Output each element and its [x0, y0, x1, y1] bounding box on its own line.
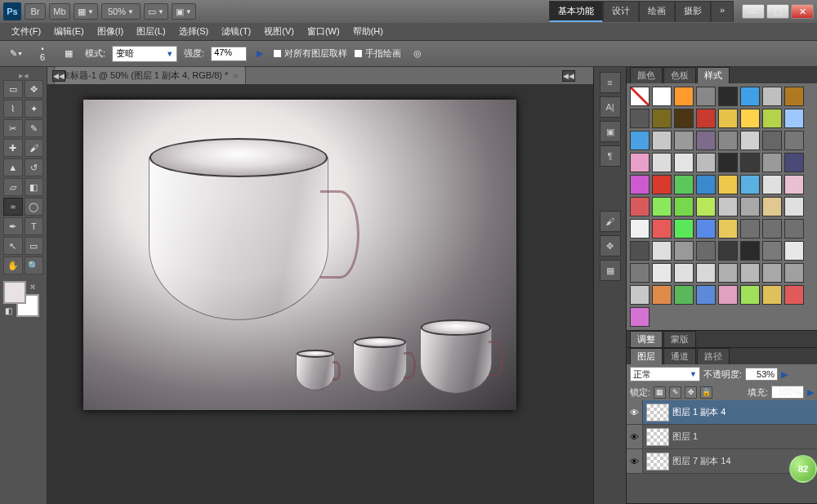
style-swatch[interactable] — [696, 175, 716, 194]
style-swatch[interactable] — [696, 197, 716, 216]
style-swatch[interactable] — [762, 197, 782, 216]
menu-edit[interactable]: 编辑(E) — [47, 23, 91, 40]
healing-tool[interactable]: ✚ — [3, 139, 23, 157]
canvas-area[interactable] — [47, 85, 593, 504]
style-swatch[interactable] — [718, 175, 738, 194]
style-swatch[interactable] — [718, 197, 738, 216]
layer-blend-select[interactable]: 正常▼ — [630, 367, 700, 381]
style-swatch[interactable] — [740, 131, 760, 150]
current-tool-icon[interactable]: ✎▼ — [7, 44, 26, 64]
fill-input[interactable]: 100% — [771, 386, 804, 399]
style-swatch[interactable] — [740, 153, 760, 172]
layer-visibility-icon[interactable]: 👁 — [627, 400, 643, 424]
workspace-more[interactable]: » — [711, 1, 734, 22]
style-swatch[interactable] — [674, 131, 694, 150]
style-swatch[interactable] — [784, 241, 804, 261]
minibridge-button[interactable]: Mb — [49, 3, 70, 20]
document-tab[interactable]: 未标题-1 @ 50% (图层 1 副本 4, RGB/8) * × — [54, 66, 246, 84]
style-swatch[interactable] — [696, 153, 716, 172]
stamp-tool[interactable]: ▲ — [3, 158, 23, 176]
move-tool[interactable]: ✥ — [25, 80, 44, 98]
lock-pixels-icon[interactable]: ✎ — [669, 386, 681, 399]
style-swatch[interactable] — [784, 285, 804, 305]
style-swatch[interactable] — [674, 109, 694, 128]
foreground-color-swatch[interactable] — [3, 281, 26, 304]
workspace-tab-essentials[interactable]: 基本功能 — [549, 1, 603, 22]
style-swatch[interactable] — [630, 109, 650, 128]
dock-actions-icon[interactable]: ▣ — [600, 121, 621, 142]
dock-clone-icon[interactable]: ✥ — [600, 235, 621, 256]
style-swatch[interactable] — [652, 109, 672, 128]
style-swatch[interactable] — [630, 197, 650, 216]
style-swatch[interactable] — [674, 153, 694, 172]
workspace-tab-photography[interactable]: 摄影 — [675, 1, 711, 22]
style-swatch[interactable] — [674, 241, 694, 261]
style-swatch[interactable] — [762, 285, 782, 305]
layer-row[interactable]: 👁图层 1 — [627, 425, 817, 449]
menu-filter[interactable]: 滤镜(T) — [215, 23, 257, 40]
style-swatch[interactable] — [652, 219, 672, 239]
menu-select[interactable]: 选择(S) — [172, 23, 216, 40]
menu-file[interactable]: 文件(F) — [5, 23, 47, 40]
zoom-select[interactable]: 50%▼ — [101, 3, 141, 20]
bridge-button[interactable]: Br — [25, 3, 46, 20]
style-swatch[interactable] — [784, 131, 804, 150]
history-brush-tool[interactable]: ↺ — [25, 158, 44, 176]
style-swatch[interactable] — [784, 263, 804, 283]
style-swatch[interactable] — [718, 153, 738, 172]
style-swatch[interactable] — [652, 197, 672, 216]
lock-all-icon[interactable]: 🔒 — [700, 386, 712, 399]
strength-input[interactable]: 47% — [211, 47, 247, 61]
tab-channels[interactable]: 通道 — [663, 348, 696, 364]
lock-position-icon[interactable]: ✥ — [685, 386, 697, 399]
close-button[interactable]: ✕ — [791, 4, 814, 19]
gradient-tool[interactable]: ◧ — [25, 178, 44, 196]
style-swatch[interactable] — [674, 175, 694, 194]
screenmode-button[interactable]: ▣▼ — [172, 3, 196, 20]
style-swatch[interactable] — [696, 241, 716, 261]
style-swatch[interactable] — [696, 109, 716, 128]
style-swatch[interactable] — [674, 219, 694, 239]
tab-adjustments[interactable]: 调整 — [630, 331, 663, 347]
layer-visibility-icon[interactable]: 👁 — [627, 449, 643, 473]
layer-thumbnail[interactable] — [646, 428, 669, 446]
style-swatch[interactable] — [740, 241, 760, 261]
style-swatch[interactable] — [652, 263, 672, 283]
layer-thumbnail[interactable] — [646, 404, 669, 421]
style-swatch[interactable] — [740, 219, 760, 239]
eraser-tool[interactable]: ▱ — [3, 178, 23, 196]
layer-visibility-icon[interactable]: 👁 — [627, 425, 643, 448]
style-swatch[interactable] — [652, 87, 672, 106]
style-swatch[interactable] — [674, 263, 694, 283]
style-swatch[interactable] — [674, 87, 694, 106]
tab-swatches[interactable]: 色板 — [663, 67, 696, 83]
style-swatch[interactable] — [630, 241, 650, 261]
menu-image[interactable]: 图像(I) — [91, 23, 130, 40]
style-swatch[interactable] — [630, 285, 650, 305]
brush-preset[interactable]: •6 — [33, 44, 52, 64]
maximize-button[interactable]: ▢ — [766, 4, 789, 19]
tab-styles[interactable]: 样式 — [697, 67, 730, 83]
strength-flyout[interactable]: ▶ — [253, 44, 266, 64]
style-swatch[interactable] — [784, 219, 804, 239]
brush-tool[interactable]: 🖌 — [25, 139, 44, 157]
view-layout-button[interactable]: ▦▼ — [74, 3, 98, 20]
hand-tool[interactable]: ✋ — [3, 256, 23, 274]
quick-select-tool[interactable]: ✦ — [25, 100, 44, 118]
style-swatch[interactable] — [762, 109, 782, 128]
style-swatch[interactable] — [696, 285, 716, 305]
sample-all-layers-checkbox[interactable]: 对所有图层取样 — [273, 47, 347, 60]
style-swatch[interactable] — [718, 87, 738, 106]
fill-flyout[interactable]: ▶ — [807, 387, 814, 398]
finger-paint-checkbox[interactable]: 手指绘画 — [354, 47, 401, 60]
swap-colors-icon[interactable]: ⤭ — [29, 283, 36, 291]
type-tool[interactable]: T — [25, 217, 44, 235]
style-swatch[interactable] — [784, 153, 804, 172]
eyedropper-tool[interactable]: ✎ — [25, 119, 44, 137]
style-swatch[interactable] — [762, 219, 782, 239]
style-swatch[interactable] — [630, 131, 650, 150]
style-swatch[interactable] — [718, 219, 738, 239]
dock-paragraph2-icon[interactable]: ¶ — [600, 145, 621, 167]
style-swatch[interactable] — [630, 263, 650, 283]
style-swatch[interactable] — [630, 175, 650, 194]
